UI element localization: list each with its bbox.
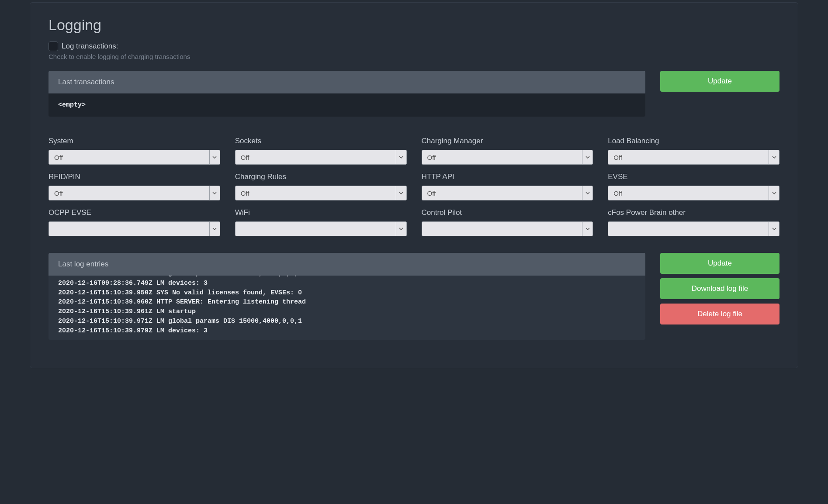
select-label: Control Pilot: [422, 208, 593, 217]
select-label: System: [49, 137, 220, 145]
select-dropdown[interactable]: Off: [49, 186, 220, 200]
select-value: Off: [241, 190, 249, 197]
select-group: Charging ManagerOff: [422, 137, 593, 165]
select-group: Control Pilot: [422, 208, 593, 236]
select-label: EVSE: [608, 173, 779, 181]
select-group: EVSEOff: [608, 173, 779, 200]
select-label: Sockets: [235, 137, 407, 145]
select-group: SocketsOff: [235, 137, 407, 165]
chevron-down-icon: [209, 222, 220, 236]
select-dropdown[interactable]: Off: [235, 150, 407, 165]
select-label: WiFi: [235, 208, 407, 217]
log-transactions-hint: Check to enable logging of charging tran…: [49, 53, 779, 60]
chevron-down-icon: [582, 150, 592, 164]
log-transactions-row: Log transactions:: [49, 41, 779, 51]
delete-log-button[interactable]: Delete log file: [660, 304, 779, 324]
chevron-down-icon: [769, 150, 779, 164]
last-log-entries-card: Last log entries 2020-12-16T09:28:36.745…: [49, 253, 645, 340]
select-value: Off: [54, 190, 63, 197]
select-dropdown[interactable]: [49, 221, 220, 236]
select-group: Load BalancingOff: [608, 137, 779, 165]
chevron-down-icon: [396, 150, 406, 164]
last-log-entries-body[interactable]: 2020-12-16T09:28:36.745Z LM global param…: [49, 276, 645, 340]
select-dropdown[interactable]: [422, 221, 593, 236]
select-group: cFos Power Brain other: [608, 208, 779, 236]
download-log-button[interactable]: Download log file: [660, 278, 779, 299]
select-label: Load Balancing: [608, 137, 779, 145]
select-group: Charging RulesOff: [235, 173, 407, 200]
chevron-down-icon: [396, 222, 406, 236]
select-value: Off: [54, 154, 63, 161]
select-dropdown[interactable]: Off: [608, 186, 779, 200]
select-dropdown[interactable]: Off: [422, 186, 593, 200]
select-label: OCPP EVSE: [49, 208, 220, 217]
chevron-down-icon: [209, 150, 220, 164]
select-label: Charging Rules: [235, 173, 407, 181]
log-level-grid: SystemOffSocketsOffCharging ManagerOffLo…: [49, 137, 779, 236]
select-group: OCPP EVSE: [49, 208, 220, 236]
chevron-down-icon: [769, 222, 779, 236]
log-transactions-checkbox[interactable]: [49, 41, 58, 51]
last-log-entries-header: Last log entries: [49, 253, 645, 276]
select-group: SystemOff: [49, 137, 220, 165]
select-label: cFos Power Brain other: [608, 208, 779, 217]
select-group: RFID/PINOff: [49, 173, 220, 200]
update-transactions-button[interactable]: Update: [660, 71, 779, 92]
select-label: RFID/PIN: [49, 173, 220, 181]
select-group: WiFi: [235, 208, 407, 236]
log-transactions-label: Log transactions:: [62, 42, 118, 51]
select-dropdown[interactable]: Off: [235, 186, 407, 200]
chevron-down-icon: [396, 186, 406, 200]
select-value: Off: [613, 154, 622, 161]
select-value: Off: [427, 190, 436, 197]
select-group: HTTP APIOff: [422, 173, 593, 200]
select-label: Charging Manager: [422, 137, 593, 145]
chevron-down-icon: [769, 186, 779, 200]
select-dropdown[interactable]: Off: [608, 150, 779, 165]
chevron-down-icon: [209, 186, 220, 200]
select-value: Off: [427, 154, 436, 161]
chevron-down-icon: [582, 186, 592, 200]
select-dropdown[interactable]: [235, 221, 407, 236]
update-logs-button[interactable]: Update: [660, 253, 779, 274]
last-transactions-body: <empty>: [49, 93, 645, 117]
select-value: Off: [613, 190, 622, 197]
last-transactions-header: Last transactions: [49, 71, 645, 93]
last-transactions-card: Last transactions <empty>: [49, 71, 645, 117]
select-dropdown[interactable]: Off: [422, 150, 593, 165]
page-title: Logging: [49, 17, 779, 34]
select-value: Off: [241, 154, 249, 161]
logging-panel: Logging Log transactions: Check to enabl…: [30, 2, 798, 368]
chevron-down-icon: [582, 222, 592, 236]
select-label: HTTP API: [422, 173, 593, 181]
select-dropdown[interactable]: Off: [49, 150, 220, 165]
select-dropdown[interactable]: [608, 221, 779, 236]
